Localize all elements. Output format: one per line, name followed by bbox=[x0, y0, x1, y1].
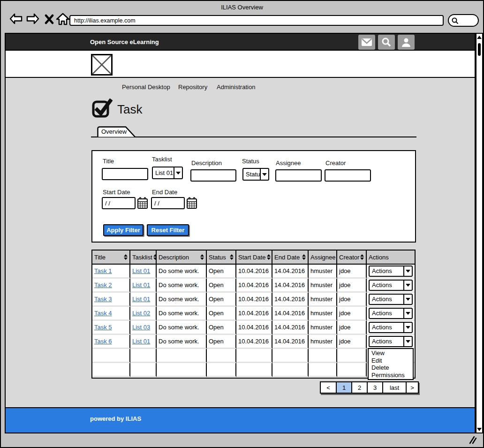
sort-icon[interactable] bbox=[230, 254, 234, 260]
status-cell: Open bbox=[209, 281, 224, 289]
scrollbar-thumb[interactable] bbox=[478, 43, 481, 56]
row-actions-dropdown[interactable]: Actions bbox=[369, 266, 413, 277]
menu-item-view[interactable]: View bbox=[369, 349, 413, 357]
dropdown-arrow-icon bbox=[260, 169, 268, 180]
nav-item-repository[interactable]: Repository bbox=[178, 84, 207, 91]
pagination-next[interactable]: > bbox=[406, 382, 418, 393]
empty-table-row bbox=[92, 363, 415, 377]
creator-filter-input[interactable] bbox=[325, 169, 371, 182]
close-icon[interactable] bbox=[44, 13, 54, 26]
table-row: Task 6 List 01 Do some work. Open 10.04.… bbox=[92, 335, 415, 349]
pagination-page-3[interactable]: 3 bbox=[367, 382, 382, 393]
status-filter-value: Status bbox=[243, 169, 260, 180]
pagination-prev[interactable]: < bbox=[321, 382, 336, 393]
column-header-start-date[interactable]: Start Date bbox=[236, 251, 272, 265]
tasklist-link[interactable]: List 01 bbox=[132, 281, 150, 289]
sort-icon[interactable] bbox=[360, 254, 364, 260]
tasklist-link[interactable]: List 03 bbox=[132, 324, 150, 331]
tasklist-link[interactable]: List 01 bbox=[132, 267, 150, 274]
user-button[interactable] bbox=[398, 35, 415, 50]
row-actions-label: Actions bbox=[370, 295, 403, 304]
task-checkbox-icon bbox=[91, 98, 113, 121]
assignee-filter-input[interactable] bbox=[275, 169, 322, 182]
menu-item-permissions[interactable]: Permissions bbox=[369, 372, 413, 379]
image-placeholder-icon[interactable] bbox=[91, 54, 113, 76]
dropdown-arrow-icon bbox=[174, 167, 182, 178]
menu-item-edit[interactable]: Edit bbox=[369, 357, 413, 364]
reset-filter-button[interactable]: Reset Filter bbox=[147, 224, 189, 236]
column-header-end-date[interactable]: End Date bbox=[272, 251, 309, 265]
column-header-description[interactable]: Description bbox=[157, 251, 207, 265]
row-actions-dropdown[interactable]: Actions bbox=[369, 322, 413, 333]
tasklist-link[interactable]: List 02 bbox=[132, 310, 150, 317]
magnifier-icon bbox=[451, 17, 460, 25]
pagination-page-1[interactable]: 1 bbox=[336, 382, 351, 393]
calendar-icon[interactable] bbox=[187, 197, 197, 209]
description-cell: Do some work. bbox=[159, 296, 199, 303]
description-filter-input[interactable] bbox=[190, 169, 236, 182]
url-input[interactable] bbox=[69, 15, 444, 26]
calendar-icon[interactable] bbox=[137, 197, 148, 209]
footer-text: powered by ILIAS bbox=[90, 415, 141, 422]
sort-icon[interactable] bbox=[200, 254, 204, 260]
sort-icon[interactable] bbox=[153, 254, 157, 260]
back-icon[interactable] bbox=[8, 12, 23, 27]
sort-icon[interactable] bbox=[302, 254, 306, 260]
dropdown-arrow-icon bbox=[403, 323, 412, 332]
status-cell: Open bbox=[209, 267, 224, 274]
column-header-creator[interactable]: Creator bbox=[337, 251, 367, 265]
creator-cell: jdoe bbox=[339, 281, 351, 289]
scroll-up-icon[interactable] bbox=[476, 34, 482, 40]
sort-icon[interactable] bbox=[267, 254, 271, 260]
nav-item-administration[interactable]: Administration bbox=[217, 84, 255, 91]
forward-icon[interactable] bbox=[25, 12, 40, 27]
assignee-cell: hmuster bbox=[310, 310, 333, 317]
status-filter-dropdown[interactable]: Status bbox=[242, 168, 269, 181]
vertical-scrollbar[interactable] bbox=[476, 33, 483, 433]
row-actions-dropdown[interactable]: Actions bbox=[369, 280, 413, 291]
column-header-assignee[interactable]: Assignee bbox=[309, 251, 337, 265]
resize-handle-icon[interactable] bbox=[468, 435, 478, 447]
tasklist-filter-dropdown[interactable]: List 01 bbox=[152, 167, 183, 179]
mail-button[interactable] bbox=[358, 35, 375, 50]
scroll-down-icon[interactable] bbox=[476, 426, 482, 433]
status-cell: Open bbox=[209, 310, 224, 317]
start-date-input[interactable] bbox=[102, 197, 136, 209]
start-date-cell: 10.04.2016 bbox=[238, 324, 269, 331]
column-header-status[interactable]: Status bbox=[207, 251, 236, 265]
task-link[interactable]: Task 6 bbox=[94, 338, 112, 345]
column-header-title[interactable]: Title bbox=[92, 251, 130, 265]
start-date-cell: 10.04.2016 bbox=[238, 267, 269, 274]
pagination-last[interactable]: last bbox=[382, 382, 406, 393]
pagination-page-2[interactable]: 2 bbox=[351, 382, 367, 393]
page-frame: Open Source eLearning Personal Desktop R… bbox=[5, 33, 476, 433]
search-button[interactable] bbox=[378, 35, 395, 50]
tasklist-link[interactable]: List 01 bbox=[132, 296, 150, 303]
task-link[interactable]: Task 4 bbox=[94, 310, 112, 317]
tab-divider bbox=[91, 137, 416, 137]
row-actions-label: Actions bbox=[370, 281, 403, 290]
pagination: < 1 2 3 last > bbox=[320, 381, 419, 394]
task-link[interactable]: Task 5 bbox=[94, 324, 112, 331]
task-link[interactable]: Task 1 bbox=[94, 267, 112, 274]
tab-overview[interactable]: Overview bbox=[97, 126, 136, 137]
row-actions-dropdown[interactable]: Actions bbox=[369, 294, 413, 305]
end-date-cell: 14.04.2016 bbox=[274, 296, 305, 303]
filter-label-title: Title bbox=[103, 158, 114, 165]
column-header-tasklist[interactable]: Tasklist bbox=[130, 251, 157, 265]
sort-icon[interactable] bbox=[124, 254, 128, 260]
tasklist-link[interactable]: List 01 bbox=[132, 338, 150, 345]
row-actions-dropdown[interactable]: Actions bbox=[369, 336, 413, 347]
browser-search-box[interactable] bbox=[448, 14, 479, 27]
title-filter-input[interactable] bbox=[102, 168, 148, 180]
apply-filter-button[interactable]: Apply Filter bbox=[103, 224, 144, 236]
nav-item-personal-desktop[interactable]: Personal Desktop bbox=[122, 84, 170, 91]
start-date-cell: 10.04.2016 bbox=[238, 310, 269, 317]
dropdown-arrow-icon bbox=[403, 337, 412, 346]
task-link[interactable]: Task 3 bbox=[94, 296, 112, 303]
menu-item-delete[interactable]: Delete bbox=[369, 364, 413, 372]
home-icon[interactable] bbox=[55, 12, 70, 27]
task-link[interactable]: Task 2 bbox=[94, 281, 112, 289]
row-actions-dropdown[interactable]: Actions bbox=[369, 308, 413, 319]
end-date-input[interactable] bbox=[151, 197, 185, 209]
